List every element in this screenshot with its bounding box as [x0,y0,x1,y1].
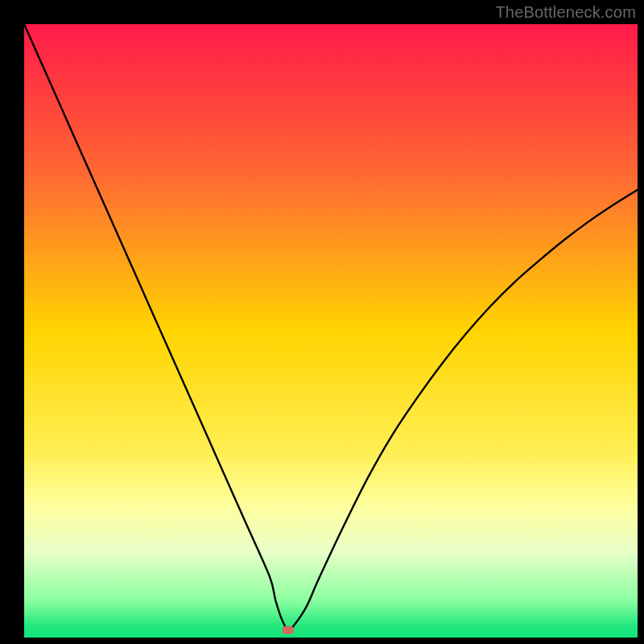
plot-background [24,24,638,638]
watermark-text: TheBottleneck.com [495,3,636,22]
bottleneck-chart [24,24,638,638]
optimum-marker [283,626,294,634]
